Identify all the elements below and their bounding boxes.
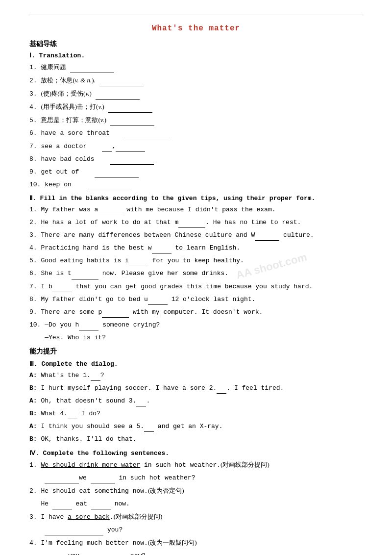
section2-header: 能力提升	[29, 347, 363, 356]
list-item: 1. 健康问题	[29, 62, 363, 73]
list-item: B: OK, thanks. I'll do that.	[29, 434, 363, 445]
top-divider	[29, 15, 363, 15]
part1-block: Ⅰ. Translation. 1. 健康问题 2. 放松；休息(v. & n.…	[29, 51, 363, 190]
part2-label: Ⅱ. Fill in the blanks according to the g…	[29, 194, 363, 202]
section1-header: 基础导练	[29, 40, 363, 49]
list-item: you now?	[29, 551, 363, 555]
list-item: 7. I b that you can get good grades this…	[29, 281, 363, 292]
list-item: 2. He has a lot of work to do at that m.…	[29, 217, 363, 228]
list-item: A: What's the 1.?	[29, 370, 363, 381]
list-item: 5. Good eating habits is i for you to ke…	[29, 255, 363, 266]
list-item: 4. I'm feeling much better now.(改为一般疑问句)	[29, 537, 363, 549]
list-item: 2. 放松；休息(v. & n.).	[29, 75, 363, 86]
list-item: 4. Practicing hard is the best w to lear…	[29, 243, 363, 253]
list-item: we in such hot weather?	[29, 473, 363, 483]
list-item: 3. I have a sore back.(对画线部分提问)	[29, 511, 363, 523]
list-item: 5. 意思是；打算；意欲(v.)	[29, 115, 363, 126]
list-item: 8. My father didn't go to bed u 12 o'clo…	[29, 294, 363, 305]
list-item: 8. have bad colds	[29, 154, 363, 165]
blank-field	[87, 183, 131, 190]
list-item: 1. My father was a with me because I did…	[29, 204, 363, 215]
part3-label: Ⅲ. Complete the dialog.	[29, 360, 363, 368]
blank-field	[96, 93, 140, 100]
blank-field	[108, 106, 152, 113]
list-item: B: What 4. I do?	[29, 408, 363, 419]
list-item: 6. She is t now. Please give her some dr…	[29, 268, 363, 279]
list-item: 3. (使)疼痛；受伤(v.)	[29, 88, 363, 100]
blank-field	[116, 145, 145, 152]
page-title: What's the matter	[29, 24, 363, 33]
blank-field	[110, 158, 154, 165]
list-item: you?	[29, 525, 363, 535]
part4-label: Ⅳ. Complete the following sentences.	[29, 449, 363, 457]
part4-block: Ⅳ. Complete the following sentences. 1. …	[29, 449, 363, 555]
list-item: A: Oh, that doesn't sound 3..	[29, 396, 363, 406]
list-item: 1. We should drink more water in such ho…	[29, 459, 363, 471]
part2-block: Ⅱ. Fill in the blanks according to the g…	[29, 194, 363, 343]
blank-field	[99, 79, 144, 86]
list-item: 6. have a sore throat	[29, 128, 363, 139]
list-item: 9. get out of	[29, 167, 363, 177]
list-item: 10. keep on	[29, 179, 363, 190]
list-item: 7. see a doctor ,	[29, 141, 363, 152]
blank-field	[125, 132, 169, 139]
blank-field	[95, 171, 139, 177]
list-item: 3. There are many differences between Ch…	[29, 230, 363, 241]
blank-field	[70, 66, 114, 73]
list-item: 10. —Do you h someone crying?	[29, 320, 363, 330]
blank-field	[110, 119, 154, 126]
list-item: He eat now.	[29, 499, 363, 509]
part3-block: Ⅲ. Complete the dialog. A: What's the 1.…	[29, 360, 363, 445]
part1-label: Ⅰ. Translation.	[29, 51, 363, 59]
list-item: 2. He should eat something now.(改为否定句)	[29, 485, 363, 497]
list-item: A: I think you should see a 5. and get a…	[29, 421, 363, 432]
list-item: —Yes. Who is it?	[29, 332, 363, 343]
list-item: 4. (用手或器具)击；打(v.)	[29, 101, 363, 113]
list-item: 9. There are some p with my computer. It…	[29, 307, 363, 318]
clock-text: clock	[191, 296, 210, 303]
list-item: B: I hurt myself playing soccer. I have …	[29, 383, 363, 394]
